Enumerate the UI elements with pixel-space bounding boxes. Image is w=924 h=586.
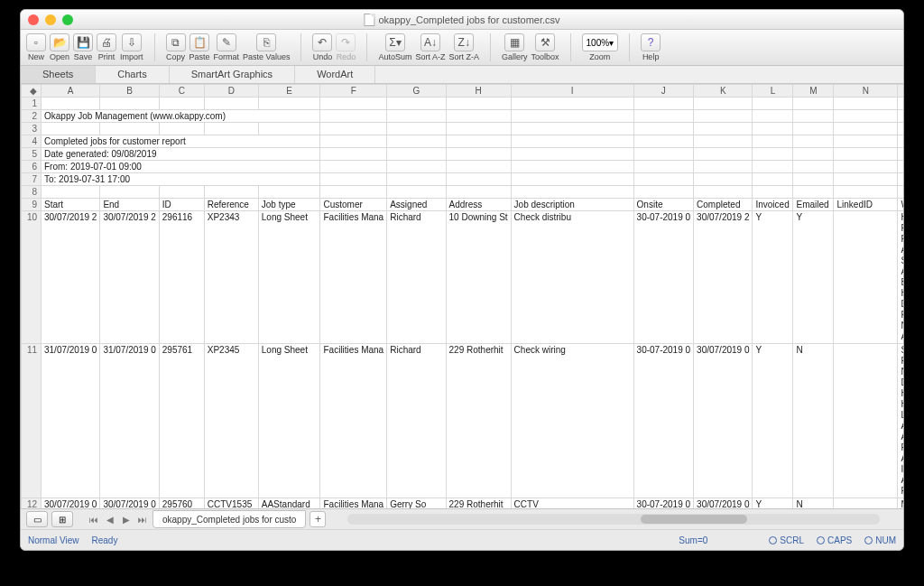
- cell[interactable]: Address: [446, 199, 511, 211]
- cell[interactable]: 30/07/2019 0: [42, 498, 100, 509]
- column-header-F[interactable]: F: [320, 85, 387, 98]
- column-header-I[interactable]: I: [511, 85, 633, 98]
- row-header[interactable]: 5: [22, 148, 42, 161]
- row-header[interactable]: 12: [22, 498, 42, 509]
- zoom-icon[interactable]: [62, 14, 73, 25]
- paste-button[interactable]: 📋Paste: [189, 33, 210, 61]
- cell[interactable]: 31/07/2019 0: [100, 344, 159, 498]
- gallery-button[interactable]: ▦Gallery: [502, 33, 528, 61]
- cell[interactable]: [753, 135, 793, 148]
- add-sheet-button[interactable]: +: [310, 511, 326, 527]
- sheet-tab[interactable]: okappy_Completed jobs for custo: [152, 510, 306, 528]
- horizontal-scrollbar[interactable]: [347, 514, 880, 525]
- cell[interactable]: 31/07/2019 0: [42, 344, 100, 498]
- format-button[interactable]: ✎Format: [214, 33, 240, 61]
- row-header[interactable]: 8: [22, 186, 42, 199]
- row-header[interactable]: 10: [22, 211, 42, 344]
- cell[interactable]: [793, 135, 834, 148]
- cell[interactable]: [793, 110, 834, 123]
- cell[interactable]: [387, 135, 446, 148]
- cell[interactable]: Y: [753, 344, 793, 498]
- cell[interactable]: [258, 123, 320, 135]
- cell[interactable]: 30-07-2019 0: [633, 211, 694, 344]
- cell[interactable]: [898, 135, 903, 148]
- cell[interactable]: [204, 123, 258, 135]
- page-layout-view-button[interactable]: ⊞: [51, 511, 73, 527]
- cell[interactable]: [834, 98, 898, 110]
- cell[interactable]: [898, 173, 903, 186]
- cell[interactable]: [204, 186, 258, 199]
- cell[interactable]: AAStandard: [258, 498, 320, 509]
- subtab-sheets[interactable]: Sheets: [21, 66, 96, 83]
- cell[interactable]: Start: [42, 199, 100, 211]
- cell[interactable]: 295760: [159, 498, 204, 509]
- cell[interactable]: Onsite: [633, 199, 694, 211]
- cell[interactable]: [159, 98, 204, 110]
- column-header-M[interactable]: M: [793, 85, 834, 98]
- subtab-wordart[interactable]: WordArt: [295, 66, 375, 83]
- import-button[interactable]: ⇩Import: [120, 33, 143, 61]
- tab-first-icon[interactable]: ⏮: [88, 513, 100, 526]
- cell[interactable]: 30/07/2019 0: [100, 498, 159, 509]
- cell[interactable]: [898, 110, 903, 123]
- cell[interactable]: Y: [793, 211, 834, 344]
- cell[interactable]: [834, 344, 898, 498]
- cell[interactable]: [753, 161, 793, 173]
- cell[interactable]: [387, 123, 446, 135]
- cell[interactable]: [320, 148, 387, 161]
- minimize-icon[interactable]: [45, 14, 56, 25]
- cell[interactable]: [834, 135, 898, 148]
- cell[interactable]: CCTV: [511, 498, 633, 509]
- cell[interactable]: [694, 161, 753, 173]
- cell[interactable]: [387, 161, 446, 173]
- close-icon[interactable]: [28, 14, 39, 25]
- cell[interactable]: [42, 186, 100, 199]
- cell[interactable]: [100, 98, 159, 110]
- cell[interactable]: [204, 98, 258, 110]
- cell[interactable]: Facilities Mana: [320, 211, 387, 344]
- cell[interactable]: [834, 148, 898, 161]
- cell[interactable]: End: [100, 199, 159, 211]
- cell[interactable]: Completed: [694, 199, 753, 211]
- cell[interactable]: Y: [753, 498, 793, 509]
- cell[interactable]: [511, 186, 633, 199]
- row-header[interactable]: 1: [22, 98, 42, 110]
- cell[interactable]: N: [793, 498, 834, 509]
- cell[interactable]: 10 Downing St: [446, 211, 511, 344]
- cell[interactable]: [320, 123, 387, 135]
- cell[interactable]: [100, 186, 159, 199]
- cell[interactable]: [446, 123, 511, 135]
- cell[interactable]: [446, 135, 511, 148]
- column-header-B[interactable]: B: [100, 85, 159, 98]
- cell[interactable]: [834, 173, 898, 186]
- cell[interactable]: [753, 148, 793, 161]
- cell[interactable]: [320, 161, 387, 173]
- column-header-E[interactable]: E: [258, 85, 320, 98]
- cell[interactable]: [633, 161, 694, 173]
- copy-button[interactable]: ⧉Copy: [166, 33, 186, 61]
- cell[interactable]: Check distribu: [511, 211, 633, 344]
- tab-last-icon[interactable]: ⏭: [136, 513, 149, 526]
- cell[interactable]: Y: [753, 211, 793, 344]
- cell[interactable]: 30-07-2019 0: [633, 498, 694, 509]
- cell[interactable]: [258, 186, 320, 199]
- column-header-J[interactable]: J: [633, 85, 694, 98]
- cell[interactable]: [633, 123, 694, 135]
- cell[interactable]: XP2343: [204, 211, 258, 344]
- row-header[interactable]: 9: [22, 199, 42, 211]
- cell[interactable]: [446, 148, 511, 161]
- cell[interactable]: [753, 173, 793, 186]
- cell[interactable]: 30/07/2019 2: [100, 211, 159, 344]
- subtab-smartart graphics[interactable]: SmartArt Graphics: [170, 66, 295, 83]
- cell[interactable]: 30/07/2019 0: [694, 344, 753, 498]
- cell[interactable]: [834, 161, 898, 173]
- status-caps[interactable]: CAPS: [817, 535, 852, 545]
- cell[interactable]: Date generated: 09/08/2019: [42, 148, 320, 161]
- cell[interactable]: 30-07-2019 0: [633, 344, 694, 498]
- cell[interactable]: [159, 186, 204, 199]
- cell[interactable]: [387, 110, 446, 123]
- cell[interactable]: [633, 98, 694, 110]
- cell[interactable]: ID: [159, 199, 204, 211]
- cell[interactable]: 295761: [159, 344, 204, 498]
- cell[interactable]: [898, 186, 903, 199]
